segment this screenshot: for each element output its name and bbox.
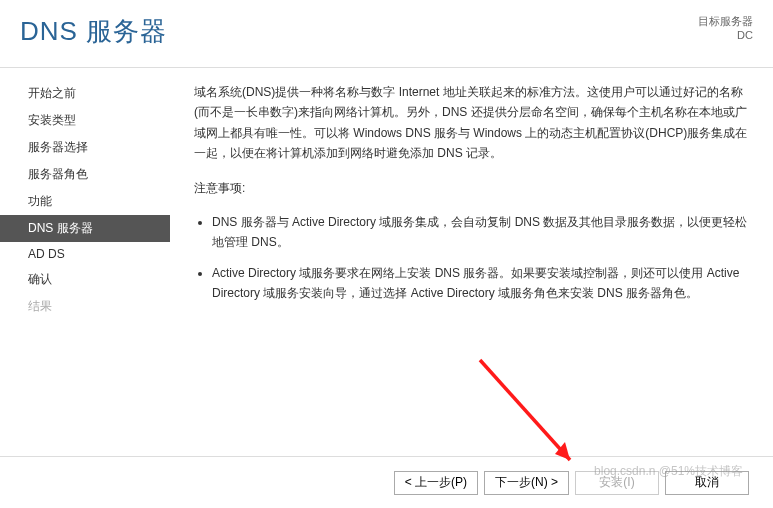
sidebar-item-results: 结果: [0, 293, 170, 320]
sidebar-item-server-selection[interactable]: 服务器选择: [0, 134, 170, 161]
list-item: DNS 服务器与 Active Directory 域服务集成，会自动复制 DN…: [212, 212, 749, 253]
wizard-footer: < 上一步(P) 下一步(N) > 安装(I) 取消: [0, 456, 773, 508]
list-item: Active Directory 域服务要求在网络上安装 DNS 服务器。如果要…: [212, 263, 749, 304]
target-server-label: 目标服务器: [698, 14, 753, 28]
sidebar-item-dns-server[interactable]: DNS 服务器: [0, 215, 170, 242]
install-button: 安装(I): [575, 471, 659, 495]
previous-button[interactable]: < 上一步(P): [394, 471, 478, 495]
next-button[interactable]: 下一步(N) >: [484, 471, 569, 495]
content-pane: 域名系统(DNS)提供一种将名称与数字 Internet 地址关联起来的标准方法…: [170, 68, 773, 448]
sidebar-item-features[interactable]: 功能: [0, 188, 170, 215]
notes-list: DNS 服务器与 Active Directory 域服务集成，会自动复制 DN…: [194, 212, 749, 304]
sidebar: 开始之前 安装类型 服务器选择 服务器角色 功能 DNS 服务器 AD DS 确…: [0, 68, 170, 448]
sidebar-item-ad-ds[interactable]: AD DS: [0, 242, 170, 266]
cancel-button[interactable]: 取消: [665, 471, 749, 495]
wizard-body: 开始之前 安装类型 服务器选择 服务器角色 功能 DNS 服务器 AD DS 确…: [0, 68, 773, 448]
notes-label: 注意事项:: [194, 178, 749, 198]
target-server-value: DC: [698, 28, 753, 42]
target-server-block: 目标服务器 DC: [698, 14, 753, 43]
sidebar-item-confirmation[interactable]: 确认: [0, 266, 170, 293]
intro-paragraph: 域名系统(DNS)提供一种将名称与数字 Internet 地址关联起来的标准方法…: [194, 82, 749, 164]
sidebar-item-installation-type[interactable]: 安装类型: [0, 107, 170, 134]
sidebar-item-server-roles[interactable]: 服务器角色: [0, 161, 170, 188]
wizard-header: DNS 服务器 目标服务器 DC: [0, 0, 773, 68]
sidebar-item-before-you-begin[interactable]: 开始之前: [0, 80, 170, 107]
page-title: DNS 服务器: [20, 14, 167, 49]
